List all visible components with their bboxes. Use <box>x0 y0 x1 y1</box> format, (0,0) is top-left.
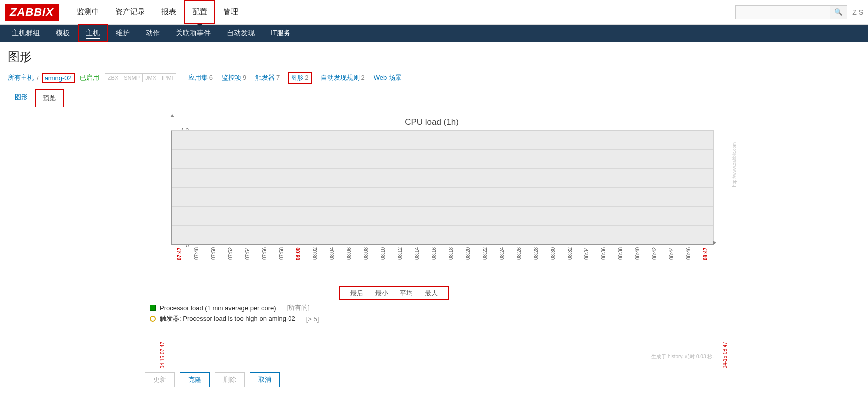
x-tick: 08:20 <box>459 247 476 267</box>
search-input[interactable] <box>735 5 830 19</box>
cfg-web-scenarios[interactable]: Web 场景 <box>374 73 402 82</box>
x-tick: 08:40 <box>629 247 646 267</box>
update-button[interactable]: 更新 <box>145 372 175 387</box>
legend-col: 最大 <box>425 289 438 297</box>
cfg-items[interactable]: 监控项9 <box>222 73 246 82</box>
clone-button[interactable]: 克隆 <box>180 372 210 387</box>
crumb-host[interactable]: aming-02 <box>42 73 75 83</box>
legend-bracket: [所有的] <box>287 303 310 312</box>
share-icon[interactable]: Z S <box>852 8 863 16</box>
cfg-graphs[interactable]: 图形2 <box>288 72 311 84</box>
crumb-status: 已启用 <box>80 73 99 82</box>
proto-jmx: JMX <box>142 73 159 82</box>
x-tick: 08:16 <box>425 247 442 267</box>
legend-bracket: [> 5] <box>306 315 319 323</box>
breadcrumb: 所有主机 / aming-02 已启用 ZBX SNMP JMX IPMI 应用… <box>0 70 868 89</box>
cfg-triggers[interactable]: 触发器7 <box>255 73 280 82</box>
x-axis: 07:4707:4807:5007:5207:5407:5607:5808:00… <box>171 247 714 267</box>
tab-row: 图形 预览 <box>0 89 868 107</box>
x-tick: 08:22 <box>476 247 493 267</box>
chart-container: CPU load (1h) 1.2 1.0 0.8 0.6 0.4 0.2 0 … <box>150 117 714 365</box>
x-tick: 08:06 <box>340 247 357 267</box>
nav-configuration[interactable]: 配置 <box>184 0 215 24</box>
x-tick: 08:46 <box>680 247 697 267</box>
cfg-discovery-rules[interactable]: 自动发现规则2 <box>321 73 365 82</box>
subnav-itservices[interactable]: IT服务 <box>263 24 298 42</box>
subnav-hosts[interactable]: 主机 <box>78 24 108 42</box>
crumb-all-hosts[interactable]: 所有主机 <box>8 73 34 82</box>
legend-label: 触发器: Processor load is too high on aming… <box>160 314 295 323</box>
subnav-templates[interactable]: 模板 <box>48 24 78 42</box>
page-title: 图形 <box>8 49 860 65</box>
subnav-correlation[interactable]: 关联项事件 <box>168 24 219 42</box>
legend-columns: 最后 最小 平均 最大 <box>339 286 449 300</box>
protocol-box: ZBX SNMP JMX IPMI <box>105 73 176 82</box>
nav-monitoring[interactable]: 监测中 <box>69 0 107 24</box>
chart-title: CPU load (1h) <box>150 117 714 127</box>
top-nav: 监测中 资产记录 报表 配置 管理 <box>69 0 246 24</box>
x-tick: 08:12 <box>391 247 408 267</box>
x-tick: 08:18 <box>442 247 459 267</box>
x-tick: 08:34 <box>578 247 595 267</box>
x-tick: 08:08 <box>357 247 374 267</box>
logo: ZABBIX <box>5 4 59 21</box>
legend-row-2: 触发器: Processor load is too high on aming… <box>150 314 714 323</box>
cancel-button[interactable]: 取消 <box>250 372 280 387</box>
proto-zbx: ZBX <box>105 73 121 82</box>
x-tick: 08:00 <box>289 247 306 267</box>
x-tick: 07:54 <box>239 247 256 267</box>
subnav-hostgroups[interactable]: 主机群组 <box>4 24 48 42</box>
legend-col: 最后 <box>350 289 363 297</box>
subnav-actions[interactable]: 动作 <box>138 24 168 42</box>
tab-graph[interactable]: 图形 <box>8 89 35 107</box>
crumb-sep: / <box>37 74 39 82</box>
x-tick: 08:26 <box>510 247 527 267</box>
search-button[interactable]: 🔍 <box>830 5 847 19</box>
proto-ipmi: IPMI <box>159 73 176 82</box>
search-icon: 🔍 <box>834 8 843 16</box>
x-tick: 08:24 <box>493 247 510 267</box>
legend-rows: Processor load (1 min average per core) … <box>150 303 714 323</box>
delete-button[interactable]: 删除 <box>215 372 245 387</box>
date-right: 04-15 08:47 <box>722 342 728 368</box>
x-arrow-icon <box>713 241 716 245</box>
legend-swatch-green-icon <box>150 305 156 311</box>
nav-inventory[interactable]: 资产记录 <box>107 0 153 24</box>
nav-administration[interactable]: 管理 <box>215 0 246 24</box>
x-tick: 08:38 <box>612 247 629 267</box>
y-arrow-icon <box>170 114 174 117</box>
proto-snmp: SNMP <box>121 73 143 82</box>
x-tick: 08:28 <box>527 247 544 267</box>
plot-area <box>171 130 714 245</box>
watermark: http://www.zabbix.com <box>732 142 737 187</box>
history-note: 生成于 history. 耗时 0.03 秒. <box>651 353 714 360</box>
x-tick: 08:32 <box>561 247 578 267</box>
legend-row-1: Processor load (1 min average per core) … <box>150 303 714 312</box>
legend-col: 平均 <box>400 289 413 297</box>
x-tick: 08:04 <box>323 247 340 267</box>
x-tick: 07:48 <box>188 247 205 267</box>
x-tick: 07:47 <box>171 247 188 267</box>
legend-col: 最小 <box>375 289 388 297</box>
legend-label: Processor load (1 min average per core) <box>160 304 276 312</box>
date-left: 04-15 07:47 <box>160 342 165 368</box>
x-tick: 08:44 <box>663 247 680 267</box>
tab-preview[interactable]: 预览 <box>35 89 64 107</box>
x-tick: 08:36 <box>595 247 612 267</box>
x-tick: 08:30 <box>544 247 561 267</box>
x-tick: 07:58 <box>273 247 289 267</box>
subnav-discovery[interactable]: 自动发现 <box>219 24 263 42</box>
nav-reports[interactable]: 报表 <box>153 0 184 24</box>
sub-nav: 主机群组 模板 主机 维护 动作 关联项事件 自动发现 IT服务 <box>0 25 868 42</box>
x-tick: 08:02 <box>306 247 323 267</box>
x-tick: 07:56 <box>256 247 273 267</box>
x-tick: 08:47 <box>697 247 714 267</box>
x-tick: 08:42 <box>646 247 663 267</box>
x-tick: 07:52 <box>222 247 239 267</box>
x-tick: 07:50 <box>205 247 222 267</box>
x-tick: 08:14 <box>408 247 425 267</box>
legend-swatch-yellow-icon <box>150 316 156 322</box>
cfg-applications[interactable]: 应用集6 <box>188 73 213 82</box>
x-tick: 08:10 <box>374 247 391 267</box>
subnav-maintenance[interactable]: 维护 <box>108 24 138 42</box>
